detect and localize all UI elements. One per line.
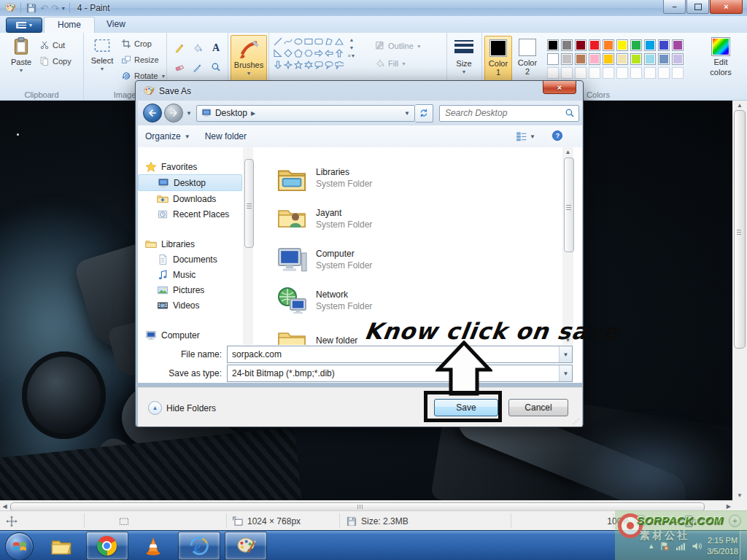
sidebar-item-desktop[interactable]: Desktop — [138, 174, 242, 191]
shape-line-icon[interactable] — [273, 36, 283, 47]
sidebar-item-computer[interactable]: Computer — [138, 327, 242, 343]
palette-swatch-empty[interactable] — [587, 66, 601, 79]
scroll-up-icon[interactable]: ▲ — [732, 100, 747, 109]
sidebar-item-videos[interactable]: Videos — [138, 298, 242, 313]
crop-button[interactable]: Crop — [121, 39, 152, 49]
taskbar-button-internet-explorer[interactable]: e — [178, 532, 220, 560]
copy-button[interactable]: Copy — [39, 56, 71, 66]
scroll-up-icon[interactable]: ▲ — [562, 147, 573, 155]
restore-button[interactable] — [686, 0, 709, 14]
file-name-input[interactable] — [228, 349, 559, 359]
action-center-flag-icon[interactable] — [659, 540, 670, 552]
qat-dropdown-icon[interactable]: ▾ — [62, 5, 65, 12]
shape-down-arrow-icon[interactable] — [273, 59, 283, 71]
file-item-network[interactable]: NetworkSystem Folder — [256, 280, 561, 321]
forward-button[interactable] — [164, 104, 183, 122]
palette-swatch-empty[interactable] — [629, 66, 643, 79]
magnifier-tool[interactable] — [206, 58, 225, 76]
size-button[interactable]: Size ▼ — [451, 40, 477, 74]
scroll-down-icon[interactable]: ▼ — [732, 492, 747, 499]
file-item-jayant[interactable]: JayantSystem Folder — [256, 198, 561, 239]
refresh-button[interactable] — [415, 104, 433, 122]
sidebar-scrollbar[interactable] — [243, 147, 253, 345]
zoom-slider-thumb[interactable] — [685, 516, 693, 527]
palette-swatch[interactable] — [573, 38, 587, 52]
canvas-horizontal-scrollbar[interactable]: ◀ ▶ — [0, 500, 732, 511]
outline-button[interactable]: Outline ▼ — [375, 39, 442, 53]
speaker-icon[interactable] — [691, 540, 703, 552]
taskbar-button-paint[interactable] — [225, 532, 267, 560]
palette-swatch[interactable] — [560, 52, 573, 66]
start-button[interactable] — [5, 532, 34, 560]
help-button[interactable]: ? — [551, 130, 563, 144]
shape-curve-icon[interactable] — [283, 36, 293, 47]
shape-rectangle-icon[interactable] — [303, 36, 314, 47]
resize-button[interactable]: Resize — [121, 55, 159, 65]
shape-triangle-icon[interactable] — [334, 36, 344, 47]
palette-swatch[interactable] — [629, 38, 643, 52]
new-folder-button[interactable]: New folder — [198, 128, 254, 144]
pencil-tool[interactable] — [170, 39, 189, 57]
shape-oval-callout-icon[interactable] — [324, 59, 334, 71]
sidebar-item-pictures[interactable]: Pictures — [138, 282, 242, 298]
views-button[interactable]: ▼ — [516, 131, 535, 142]
shape-rounded-callout-icon[interactable] — [314, 59, 324, 71]
tab-view[interactable]: View — [93, 17, 139, 32]
history-dropdown-icon[interactable]: ▼ — [186, 110, 192, 117]
shape-diamond-icon[interactable] — [283, 47, 293, 59]
redo-icon[interactable]: ↷ — [51, 4, 59, 13]
eraser-tool[interactable] — [170, 58, 189, 76]
breadcrumb-chevron-icon[interactable]: ▶ — [251, 110, 255, 117]
color-picker-tool[interactable] — [188, 58, 207, 76]
undo-icon[interactable]: ↶ — [40, 4, 48, 13]
file-item-libraries[interactable]: LibrariesSystem Folder — [256, 158, 561, 198]
address-breadcrumb[interactable]: Desktop ▶ ▼ — [196, 105, 415, 122]
organize-button[interactable]: Organize ▼ — [138, 128, 198, 144]
minimize-button[interactable]: – — [663, 0, 686, 14]
shape-five-point-star-icon[interactable] — [293, 59, 303, 71]
zoom-out-button[interactable]: − — [635, 515, 647, 527]
taskbar-button-explorer[interactable] — [41, 532, 82, 559]
fill-button[interactable]: Fill ▼ — [375, 56, 442, 71]
sidebar-item-music[interactable]: Music — [138, 267, 242, 282]
taskbar-button-vlc[interactable] — [133, 532, 174, 559]
shape-cloud-callout-icon[interactable] — [334, 59, 344, 71]
palette-swatch[interactable] — [629, 52, 643, 66]
scroll-down-icon[interactable]: ▼ — [349, 45, 355, 50]
network-icon[interactable] — [675, 540, 686, 552]
shape-right-arrow-icon[interactable] — [314, 47, 324, 59]
tab-home[interactable]: Home — [44, 17, 95, 33]
palette-swatch-empty[interactable] — [546, 66, 560, 79]
tray-expand-icon[interactable]: ▲ — [648, 542, 654, 550]
file-list-scroll-thumb[interactable] — [564, 158, 574, 252]
palette-swatch[interactable] — [643, 52, 657, 66]
scroll-up-icon[interactable]: ▲ — [349, 37, 355, 42]
fill-tool[interactable] — [188, 39, 207, 57]
select-button[interactable]: Select ▼ — [86, 37, 118, 71]
resize-grip[interactable]: ⋰ — [573, 418, 580, 425]
palette-swatch[interactable] — [560, 38, 573, 52]
taskbar-clock[interactable]: 2:15 PM 3/5/2018 — [707, 535, 738, 557]
shape-oval-icon[interactable] — [293, 36, 303, 47]
palette-swatch-empty[interactable] — [670, 66, 684, 79]
palette-swatch[interactable] — [546, 52, 560, 66]
palette-swatch[interactable] — [615, 38, 629, 52]
palette-swatch[interactable] — [670, 52, 684, 66]
palette-swatch-empty[interactable] — [573, 66, 587, 79]
file-item-computer[interactable]: ComputerSystem Folder — [256, 239, 561, 280]
shape-up-arrow-icon[interactable] — [334, 47, 344, 59]
cut-button[interactable]: Cut — [39, 40, 65, 50]
palette-swatch[interactable] — [546, 38, 560, 52]
palette-swatch[interactable] — [587, 38, 601, 52]
breadcrumb-location[interactable]: Desktop — [215, 108, 247, 118]
sidebar-item-recent-places[interactable]: Recent Places — [138, 206, 242, 222]
palette-swatch[interactable] — [670, 38, 684, 52]
file-name-combo[interactable]: ▼ — [227, 346, 573, 363]
palette-swatch-empty[interactable] — [615, 66, 629, 79]
save-icon[interactable] — [26, 2, 37, 14]
sidebar-item-libraries[interactable]: Libraries — [138, 236, 242, 252]
back-button[interactable] — [143, 104, 162, 122]
palette-swatch-empty[interactable] — [601, 66, 615, 79]
palette-swatch-empty[interactable] — [643, 66, 657, 79]
shape-rounded-rectangle-icon[interactable] — [314, 36, 324, 47]
